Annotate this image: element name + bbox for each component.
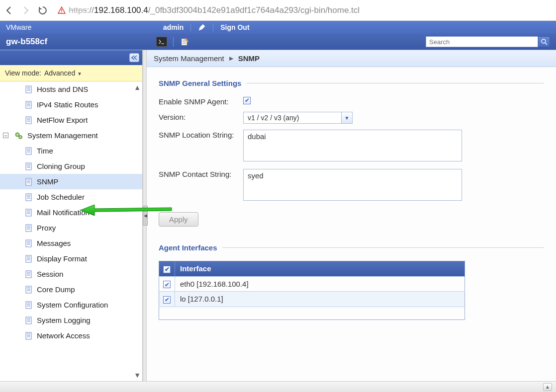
chevron-down-icon[interactable]: ▼ bbox=[342, 112, 353, 124]
splitter-handle[interactable]: ◀ bbox=[143, 206, 148, 226]
search-input[interactable] bbox=[426, 36, 538, 47]
forward-button[interactable] bbox=[20, 4, 32, 16]
sidebar-item-hosts-dns[interactable]: Hosts and DNS bbox=[0, 81, 142, 97]
sidebar-item-display-format[interactable]: Display Format bbox=[0, 251, 142, 266]
svg-rect-12 bbox=[26, 101, 31, 108]
sidebar-item-network-access[interactable]: Network Access bbox=[0, 328, 142, 343]
app-subheader: gw-b558cf bbox=[0, 34, 556, 50]
sidebar-item-messages[interactable]: Messages bbox=[0, 235, 142, 251]
collapse-icon[interactable]: − bbox=[3, 133, 8, 138]
sidebar-item-ipv4-routes[interactable]: IPv4 Static Routes bbox=[0, 97, 142, 112]
svg-line-7 bbox=[545, 43, 547, 45]
device-name: gw-b558cf bbox=[6, 37, 156, 47]
sidebar-item-label: Mail Notification bbox=[37, 208, 90, 217]
back-button[interactable] bbox=[3, 4, 15, 16]
sidebar-item-cloning[interactable]: Cloning Group bbox=[0, 158, 142, 174]
sidebar-item-time[interactable]: Time bbox=[0, 143, 142, 158]
sidebar-item-mail[interactable]: Mail Notification bbox=[0, 205, 142, 220]
sidebar-item-label: Network Access bbox=[37, 331, 90, 340]
sidebar-item-snmp[interactable]: SNMP bbox=[0, 174, 142, 189]
row-checkbox[interactable]: ✔ bbox=[163, 281, 171, 288]
table-empty-row bbox=[159, 307, 465, 319]
location-textarea[interactable] bbox=[243, 130, 462, 161]
app-header: VMware admin Sign Out bbox=[0, 21, 556, 34]
enable-snmp-checkbox[interactable]: ✔ bbox=[243, 97, 251, 104]
svg-point-21 bbox=[17, 134, 18, 135]
section-title-text: Agent Interfaces bbox=[159, 243, 217, 252]
sidebar-item-job-scheduler[interactable]: Job Scheduler bbox=[0, 189, 142, 205]
sidebar-item-label: IPv4 Static Routes bbox=[37, 100, 98, 109]
row-checkbox[interactable]: ✔ bbox=[163, 296, 171, 304]
contact-textarea[interactable] bbox=[243, 169, 462, 201]
sidebar-item-label: Display Format bbox=[37, 254, 87, 263]
document-icon bbox=[25, 116, 33, 124]
status-bar: ▲ bbox=[0, 381, 556, 392]
section-agent-interfaces: Agent Interfaces bbox=[159, 243, 544, 252]
sidebar-item-syslogging[interactable]: System Logging bbox=[0, 313, 142, 328]
document-icon bbox=[25, 162, 33, 170]
enable-snmp-label: Enable SNMP Agent: bbox=[159, 96, 243, 106]
main-content: System Management ▶ SNMP SNMP General Se… bbox=[147, 50, 556, 381]
scroll-up-icon[interactable]: ▲ bbox=[134, 83, 141, 91]
document-icon bbox=[25, 270, 33, 278]
sidebar-item-label: SNMP bbox=[37, 177, 58, 186]
browser-toolbar: https://192.168.100.4/_0fb3df3004b142e91… bbox=[0, 0, 556, 21]
svg-rect-64 bbox=[26, 302, 31, 309]
interface-cell: eth0 [192.168.100.4] bbox=[175, 276, 465, 292]
sidebar-item-core-dump[interactable]: Core Dump bbox=[0, 282, 142, 297]
splitter[interactable]: ◀ bbox=[143, 50, 147, 381]
svg-rect-48 bbox=[26, 240, 31, 247]
current-user: admin bbox=[156, 23, 191, 31]
contact-label: SNMP Contact String: bbox=[159, 169, 243, 178]
svg-rect-44 bbox=[26, 225, 31, 232]
sidebar-item-netflow[interactable]: NetFlow Export bbox=[0, 112, 142, 128]
col-interface[interactable]: Interface bbox=[175, 261, 465, 277]
view-mode-label: View mode: bbox=[5, 69, 41, 77]
edit-icon[interactable] bbox=[191, 23, 213, 31]
breadcrumb-parent[interactable]: System Management bbox=[154, 54, 224, 63]
document-icon bbox=[25, 209, 33, 217]
select-all-checkbox[interactable]: ✔ bbox=[159, 261, 175, 277]
svg-rect-72 bbox=[26, 332, 31, 339]
breadcrumb-current: SNMP bbox=[238, 54, 260, 63]
search-button[interactable] bbox=[538, 36, 550, 47]
view-mode-bar: View mode: Advanced ▼ bbox=[0, 65, 142, 81]
url-host: 192.168.100.4 bbox=[94, 5, 148, 15]
sidebar-collapse-button[interactable] bbox=[129, 53, 139, 62]
search-box bbox=[426, 36, 550, 47]
chevron-down-icon: ▼ bbox=[77, 71, 82, 77]
sidebar-item-sysconfig[interactable]: System Configuration bbox=[0, 297, 142, 313]
svg-point-23 bbox=[20, 136, 21, 137]
view-mode-select[interactable]: Advanced ▼ bbox=[44, 69, 82, 77]
sidebar-item-session[interactable]: Session bbox=[0, 266, 142, 282]
sidebar-section-system-management[interactable]: − System Management bbox=[0, 128, 142, 143]
sign-out-link[interactable]: Sign Out bbox=[213, 23, 256, 31]
document-icon bbox=[25, 316, 33, 324]
sidebar-top bbox=[0, 50, 142, 65]
reload-button[interactable] bbox=[37, 4, 49, 16]
document-icon bbox=[25, 224, 33, 232]
brand-label: VMware bbox=[6, 23, 156, 31]
document-icon bbox=[25, 178, 33, 186]
svg-rect-36 bbox=[26, 194, 31, 201]
table-row[interactable]: ✔ eth0 [192.168.100.4] bbox=[159, 276, 465, 292]
svg-rect-24 bbox=[26, 148, 31, 155]
svg-rect-40 bbox=[26, 209, 31, 216]
sidebar-item-label: Session bbox=[37, 270, 63, 278]
terminal-icon[interactable] bbox=[156, 37, 167, 47]
sidebar-item-proxy[interactable]: Proxy bbox=[0, 220, 142, 235]
view-mode-value: Advanced bbox=[44, 69, 75, 77]
scroll-down-icon[interactable]: ▼ bbox=[134, 371, 141, 379]
breadcrumb-sep-icon: ▶ bbox=[229, 55, 233, 62]
section-title-text: SNMP General Settings bbox=[159, 79, 241, 87]
apply-button[interactable]: Apply bbox=[159, 212, 198, 227]
svg-rect-60 bbox=[26, 286, 31, 293]
version-select[interactable]: v1 / v2 / v3 (any) ▼ bbox=[243, 112, 353, 124]
url-bar[interactable]: https://192.168.100.4/_0fb3df3004b142e91… bbox=[54, 3, 553, 17]
sidebar-item-label: Time bbox=[37, 147, 53, 155]
notes-icon[interactable] bbox=[180, 37, 190, 47]
document-icon bbox=[25, 193, 33, 201]
expand-up-icon[interactable]: ▲ bbox=[543, 383, 552, 391]
table-row[interactable]: ✔ lo [127.0.0.1] bbox=[159, 292, 465, 307]
sidebar-item-label: NetFlow Export bbox=[37, 116, 88, 124]
